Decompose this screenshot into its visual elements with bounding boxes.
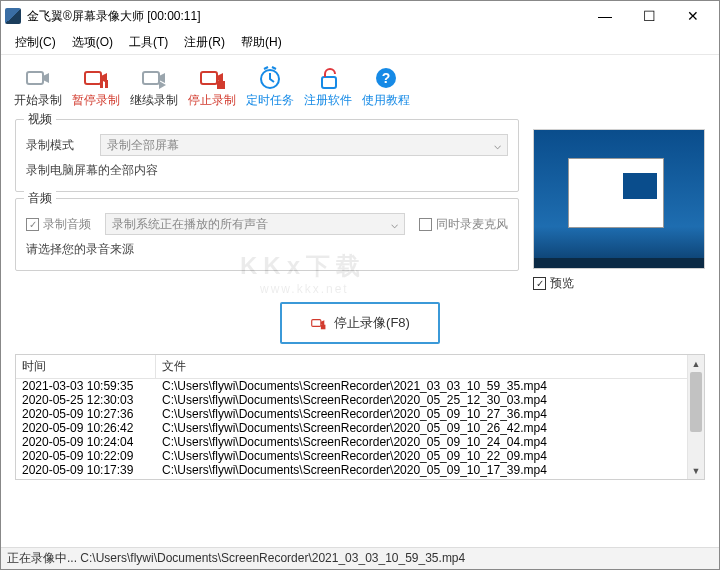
- start-record-label: 开始录制: [14, 92, 62, 109]
- content-area: 视频 录制模式 录制全部屏幕 ⌵ 录制电脑屏幕的全部内容 音频 ✓: [1, 119, 719, 547]
- clock-icon: [256, 66, 284, 90]
- cell-file: C:\Users\flywi\Documents\ScreenRecorder\…: [156, 379, 687, 393]
- register-label: 注册软件: [304, 92, 352, 109]
- scroll-up-icon[interactable]: ▲: [688, 355, 704, 372]
- checkbox-icon: ✓: [533, 277, 546, 290]
- start-record-button[interactable]: 开始录制: [11, 62, 65, 113]
- video-desc: 录制电脑屏幕的全部内容: [26, 162, 508, 179]
- cell-time: 2020-05-09 10:17:39: [16, 463, 156, 477]
- table-row[interactable]: 2020-05-09 10:24:04C:\Users\flywi\Docume…: [16, 435, 687, 449]
- preview-label: 预览: [550, 275, 574, 292]
- table-row[interactable]: 2021-03-03 10:59:35C:\Users\flywi\Docume…: [16, 379, 687, 393]
- record-mode-select[interactable]: 录制全部屏幕 ⌵: [100, 134, 508, 156]
- svg-rect-0: [27, 72, 43, 84]
- pause-record-button[interactable]: 暂停录制: [69, 62, 123, 113]
- tutorial-button[interactable]: ? 使用教程: [359, 62, 413, 113]
- scrollbar[interactable]: ▲ ▼: [687, 355, 704, 479]
- audio-fieldset: 音频 ✓ 录制音频 录制系统正在播放的所有声音 ⌵ 同时录麦克风: [15, 198, 519, 271]
- svg-text:?: ?: [382, 70, 391, 86]
- table-row[interactable]: 2020-05-09 10:22:09C:\Users\flywi\Docume…: [16, 449, 687, 463]
- preview-taskbar: [534, 258, 704, 268]
- preview-checkbox[interactable]: ✓ 预览: [533, 275, 705, 292]
- preview-window-thumb: [568, 158, 664, 228]
- scroll-thumb[interactable]: [690, 372, 702, 432]
- stop-record-main-label: 停止录像(F8): [334, 314, 410, 332]
- stop-record-button[interactable]: 停止录制: [185, 62, 239, 113]
- cell-file: C:\Users\flywi\Documents\ScreenRecorder\…: [156, 407, 687, 421]
- camera-stop-icon: [198, 66, 226, 90]
- svg-rect-12: [321, 325, 326, 330]
- timer-task-button[interactable]: 定时任务: [243, 62, 297, 113]
- timer-task-label: 定时任务: [246, 92, 294, 109]
- scroll-down-icon[interactable]: ▼: [688, 462, 704, 479]
- menu-control[interactable]: 控制(C): [7, 32, 64, 53]
- help-icon: ?: [372, 66, 400, 90]
- app-icon: [5, 8, 21, 24]
- table-row[interactable]: 2020-05-09 10:27:36C:\Users\flywi\Docume…: [16, 407, 687, 421]
- record-mode-value: 录制全部屏幕: [107, 137, 179, 154]
- menu-register[interactable]: 注册(R): [176, 32, 233, 53]
- register-button[interactable]: 注册软件: [301, 62, 355, 113]
- camera-pause-icon: [82, 66, 110, 90]
- cell-time: 2020-05-25 12:30:03: [16, 393, 156, 407]
- audio-source-value: 录制系统正在播放的所有声音: [112, 216, 268, 233]
- cell-time: 2020-05-09 10:24:04: [16, 435, 156, 449]
- cell-time: 2020-05-09 10:16:38: [16, 477, 156, 479]
- recordings-table: 时间 文件 2021-03-03 10:59:35C:\Users\flywi\…: [15, 354, 705, 480]
- tutorial-label: 使用教程: [362, 92, 410, 109]
- pause-record-label: 暂停录制: [72, 92, 120, 109]
- camera-stop-icon: [310, 316, 326, 330]
- resume-record-button[interactable]: 继续录制: [127, 62, 181, 113]
- svg-rect-8: [322, 77, 336, 88]
- table-row[interactable]: 2020-05-09 10:26:42C:\Users\flywi\Docume…: [16, 421, 687, 435]
- window-title: 金飞翼®屏幕录像大师 [00:00:11]: [27, 8, 201, 25]
- maximize-button[interactable]: ☐: [627, 2, 671, 30]
- table-row[interactable]: 2020-05-09 10:16:38C:\Users\flywi\Docume…: [16, 477, 687, 479]
- close-button[interactable]: ✕: [671, 2, 715, 30]
- menu-help[interactable]: 帮助(H): [233, 32, 290, 53]
- menu-options[interactable]: 选项(O): [64, 32, 121, 53]
- record-audio-checkbox[interactable]: ✓ 录制音频: [26, 216, 91, 233]
- cell-time: 2021-03-03 10:59:35: [16, 379, 156, 393]
- cell-time: 2020-05-09 10:27:36: [16, 407, 156, 421]
- video-fieldset: 视频 录制模式 录制全部屏幕 ⌵ 录制电脑屏幕的全部内容: [15, 119, 519, 192]
- cell-file: C:\Users\flywi\Documents\ScreenRecorder\…: [156, 421, 687, 435]
- svg-rect-11: [312, 320, 321, 327]
- toolbar: 开始录制 暂停录制 继续录制 停止录制 定时任务 注册软件 ? 使用教程: [1, 55, 719, 119]
- chevron-down-icon: ⌵: [494, 138, 501, 152]
- preview-panel: [533, 129, 705, 269]
- stop-record-main-button[interactable]: 停止录像(F8): [280, 302, 440, 344]
- checkbox-icon: [419, 218, 432, 231]
- cell-time: 2020-05-09 10:26:42: [16, 421, 156, 435]
- col-file[interactable]: 文件: [156, 355, 687, 378]
- cell-file: C:\Users\flywi\Documents\ScreenRecorder\…: [156, 393, 687, 407]
- record-mode-label: 录制模式: [26, 137, 86, 154]
- table-header: 时间 文件: [16, 355, 687, 379]
- menubar: 控制(C) 选项(O) 工具(T) 注册(R) 帮助(H): [1, 31, 719, 55]
- minimize-button[interactable]: —: [583, 2, 627, 30]
- menu-tools[interactable]: 工具(T): [121, 32, 176, 53]
- record-mic-checkbox[interactable]: 同时录麦克风: [419, 216, 508, 233]
- camera-play-icon: [140, 66, 168, 90]
- stop-record-label: 停止录制: [188, 92, 236, 109]
- audio-legend: 音频: [24, 190, 56, 207]
- resume-record-label: 继续录制: [130, 92, 178, 109]
- table-row[interactable]: 2020-05-09 10:17:39C:\Users\flywi\Docume…: [16, 463, 687, 477]
- record-mic-label: 同时录麦克风: [436, 216, 508, 233]
- app-window: 金飞翼®屏幕录像大师 [00:00:11] — ☐ ✕ 控制(C) 选项(O) …: [0, 0, 720, 570]
- svg-rect-5: [201, 72, 217, 84]
- camera-icon: [24, 66, 52, 90]
- video-legend: 视频: [24, 111, 56, 128]
- titlebar[interactable]: 金飞翼®屏幕录像大师 [00:00:11] — ☐ ✕: [1, 1, 719, 31]
- audio-source-select[interactable]: 录制系统正在播放的所有声音 ⌵: [105, 213, 405, 235]
- svg-rect-1: [85, 72, 101, 84]
- svg-rect-2: [100, 80, 103, 88]
- col-time[interactable]: 时间: [16, 355, 156, 378]
- record-audio-label: 录制音频: [43, 216, 91, 233]
- chevron-down-icon: ⌵: [391, 217, 398, 231]
- table-row[interactable]: 2020-05-25 12:30:03C:\Users\flywi\Docume…: [16, 393, 687, 407]
- cell-file: C:\Users\flywi\Documents\ScreenRecorder\…: [156, 449, 687, 463]
- status-bar: 正在录像中... C:\Users\flywi\Documents\Screen…: [1, 547, 719, 569]
- svg-rect-6: [217, 81, 225, 89]
- cell-time: 2020-05-09 10:22:09: [16, 449, 156, 463]
